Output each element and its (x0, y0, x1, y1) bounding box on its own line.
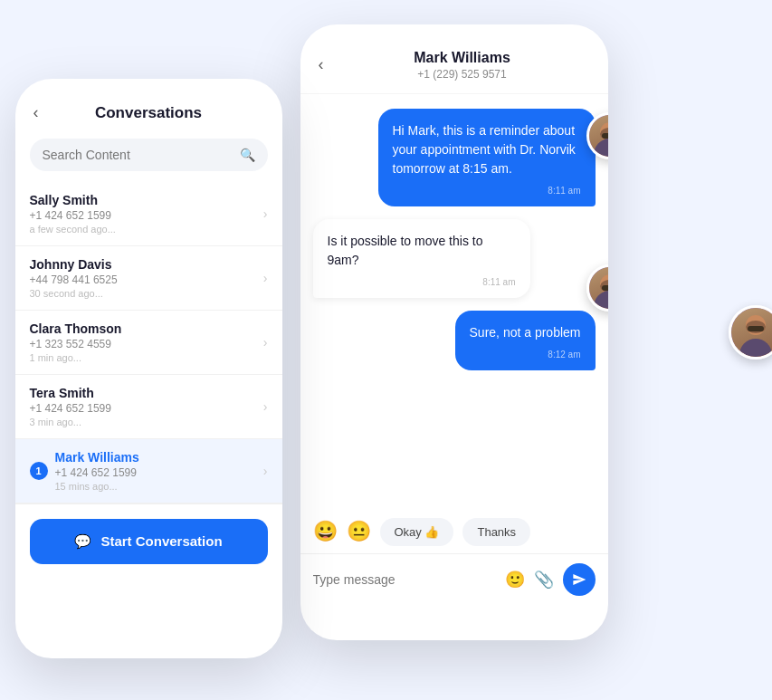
chat-contact-name: Mark Williams (335, 50, 590, 66)
avatar-image (731, 308, 773, 357)
left-header: ‹ Conversations (15, 79, 282, 131)
avatar-image (589, 115, 608, 157)
emoji-neutral[interactable]: 😐 (347, 520, 371, 543)
search-icon: 🔍 (240, 148, 255, 162)
conversation-item[interactable]: Sally Smith +1 424 652 1599 a few second… (15, 182, 282, 246)
chevron-right-icon: › (263, 335, 268, 350)
avatar-float-left (729, 305, 773, 360)
conv-phone: +1 424 652 1599 (30, 402, 263, 415)
conv-phone: +1 323 552 4559 (30, 338, 263, 350)
avatar-image (589, 267, 608, 309)
start-conversation-label: Start Conversation (100, 533, 222, 549)
conv-time: a few second ago... (30, 224, 263, 235)
conversation-list: Sally Smith +1 424 652 1599 a few second… (15, 182, 282, 503)
chat-area: Hi Mark, this is a reminder about your a… (300, 94, 608, 511)
outgoing-message-1: Hi Mark, this is a reminder about your a… (378, 109, 596, 206)
conv-time: 1 min ago... (30, 352, 263, 363)
input-bar: 🙂 📎 (300, 553, 608, 605)
scene: ‹ Conversations 🔍 Sally Smith +1 424 652… (15, 15, 758, 686)
chat-icon: 💬 (74, 533, 91, 550)
conv-name: Mark Williams (55, 450, 263, 465)
conversation-item[interactable]: Tera Smith +1 424 652 1599 3 min ago... … (15, 375, 282, 439)
conv-name: Tera Smith (30, 386, 263, 400)
conv-name: Sally Smith (30, 193, 263, 207)
quick-reply-okay[interactable]: Okay 👍 (380, 518, 454, 546)
conv-phone: +44 798 441 6525 (30, 273, 263, 286)
right-header: ‹ Mark Williams +1 (229) 525 9571 (300, 24, 608, 94)
emoji-icon[interactable]: 🙂 (505, 570, 525, 590)
incoming-message-1: Is it possible to move this to 9am? 8:11… (313, 219, 530, 298)
emoji-grin[interactable]: 😀 (313, 520, 338, 543)
start-conversation-button[interactable]: 💬 Start Conversation (30, 519, 268, 564)
attach-icon[interactable]: 📎 (534, 570, 554, 590)
quick-reply-thanks[interactable]: Thanks (462, 518, 530, 546)
left-phone: ‹ Conversations 🔍 Sally Smith +1 424 652… (15, 79, 282, 658)
message-time: 8:12 am (470, 348, 581, 361)
chat-contact-phone: +1 (229) 525 9571 (335, 68, 590, 81)
chevron-right-icon: › (263, 271, 268, 285)
conversation-item[interactable]: Johnny Davis +44 798 441 6525 30 second … (15, 246, 282, 311)
conv-time: 30 second ago... (30, 288, 263, 299)
chevron-right-icon: › (263, 399, 268, 414)
quick-replies: 😀 😐 Okay 👍 Thanks (300, 511, 608, 553)
conv-time: 15 mins ago... (55, 481, 263, 492)
conversation-item[interactable]: Clara Thomson +1 323 552 4559 1 min ago.… (15, 311, 282, 375)
conv-name: Johnny Davis (30, 257, 263, 272)
conv-time: 3 min ago... (30, 417, 263, 427)
message-text: Hi Mark, this is a reminder about your a… (393, 123, 576, 176)
conversation-item-active[interactable]: 1 Mark Williams +1 424 652 1599 15 mins … (15, 439, 282, 503)
message-text: Sure, not a problem (470, 325, 581, 340)
conv-name: Clara Thomson (30, 321, 263, 336)
send-button[interactable] (563, 563, 596, 596)
message-time: 8:11 am (393, 184, 581, 197)
outgoing-message-2: Sure, not a problem 8:12 am (455, 311, 596, 370)
unread-badge: 1 (30, 462, 48, 480)
search-input[interactable] (43, 148, 233, 162)
conv-phone: +1 424 652 1599 (30, 209, 263, 222)
back-icon[interactable]: ‹ (319, 55, 324, 74)
message-time: 8:11 am (328, 275, 516, 289)
message-text: Is it possible to move this to 9am? (328, 234, 483, 267)
chevron-right-icon: › (263, 464, 268, 478)
chevron-right-icon: › (263, 206, 268, 221)
conv-phone: +1 424 652 1599 (55, 466, 263, 479)
conversations-title: Conversations (95, 104, 202, 122)
search-bar: 🔍 (30, 139, 268, 171)
message-input[interactable] (313, 572, 496, 587)
left-footer: 💬 Start Conversation (15, 503, 282, 579)
back-icon[interactable]: ‹ (33, 103, 39, 122)
avatar-float-right-1 (586, 264, 608, 312)
right-phone: ‹ Mark Williams +1 (229) 525 9571 Hi Mar… (300, 24, 608, 640)
